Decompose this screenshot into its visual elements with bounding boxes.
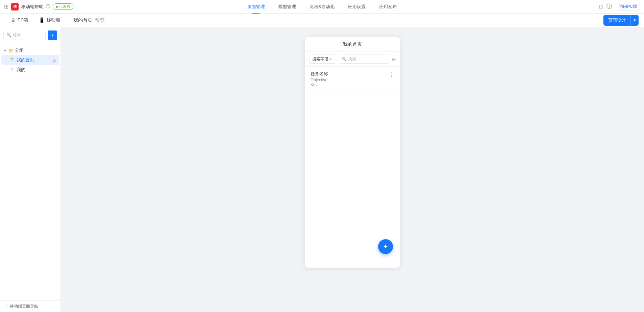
nav-left: ⊞ 移 移动端帮助 ⓘ 已发布 [4,3,73,11]
nav-icon: ☐ [3,304,8,309]
tree-item-label-2: 我的 [17,67,25,73]
search-field-select[interactable]: 搜索字段 ▾ [309,55,336,64]
preview-area: 我的首页 搜索字段 ▾ 🔍 搜索 ⊟ 任务名称 Ob [61,27,644,312]
page-design-button[interactable]: 页面设计 ▾ [603,15,639,26]
folder-icon: 📁 [8,48,14,53]
help-button[interactable]: ⓘ [46,4,50,9]
info-icon-right[interactable]: ⓘ [606,3,612,10]
nav-item-page-manage[interactable]: 页面管理 [240,0,272,14]
mobile-toolbar: 搜索字段 ▾ 🔍 搜索 ⊟ [305,52,400,67]
sidebar-item-mine[interactable]: ☐ 我的 [1,65,59,75]
tab-pc[interactable]: 🖥 PC端 [5,14,33,27]
tree-group-header[interactable]: ▼ 📁 分组 [0,46,61,55]
nav-right: □ ⓘ 访问PC端 [599,3,640,11]
app-name: 移动端帮助 [21,4,43,10]
home-icon: ⌂ [53,57,56,63]
published-dot [56,6,58,8]
visit-pc-button[interactable]: 访问PC端 [616,3,640,11]
add-button[interactable]: + [48,30,57,40]
list-item[interactable]: 任务名称 Objective Krs ⋮ [305,67,400,91]
mobile-frame: 我的首页 搜索字段 ▾ 🔍 搜索 ⊟ 任务名称 Ob [305,37,400,268]
nav-item-model-manage[interactable]: 模型管理 [272,0,303,14]
search-icon: 🔍 [6,33,12,38]
app-logo: 移 [11,3,19,11]
filter-icon[interactable]: ⊟ [392,57,396,62]
pc-icon: 🖥 [11,17,16,23]
mobile-title-bar: 我的首页 [305,37,400,52]
mobile-search-icon: 🔍 [342,57,347,61]
select-arrow-icon: ▾ [330,57,331,61]
mobile-icon: 📱 [39,17,45,23]
list-item-title: 任务名称 [310,71,328,77]
search-input[interactable]: 🔍 搜索 [3,31,46,40]
nav-item-flow-automation[interactable]: 流程&自动化 [303,0,341,14]
mobile-search-input[interactable]: 🔍 搜索 [339,55,389,64]
sidebar: 🔍 搜索 + ▼ 📁 分组 ☐ 我的首页 ⌂ ☐ [0,27,61,312]
list-item-content: 任务名称 Objective Krs [310,71,328,87]
breadcrumb: 我的首页 预览 [73,17,105,23]
fab-button[interactable]: + [378,239,393,254]
page-icon-1: ☐ [11,58,15,62]
list-item-sub1: Objective [310,78,328,82]
page-design-arrow[interactable]: ▾ [631,15,639,26]
page-icon[interactable]: □ [599,4,603,10]
top-nav: ⊞ 移 移动端帮助 ⓘ 已发布 页面管理 模型管理 流程&自动化 应用设置 应用… [0,0,644,14]
group-label: 分组 [15,47,24,54]
sidebar-bottom-nav[interactable]: ☐ 移动端页面导航 [0,300,61,312]
tab-mobile[interactable]: 📱 移动端 [33,14,65,27]
page-design-btn-wrap: 页面设计 ▾ [603,15,639,26]
published-label: 已发布 [59,4,70,9]
page-icon-2: ☐ [11,67,15,72]
nav-center: 页面管理 模型管理 流程&自动化 应用设置 应用发布 [240,0,404,14]
sidebar-item-myhomepage[interactable]: ☐ 我的首页 ⌂ [1,55,59,65]
grid-icon[interactable]: ⊞ [4,3,8,10]
breadcrumb-suffix: 预览 [95,17,105,23]
mobile-search-placeholder: 搜索 [348,56,356,62]
page-design-label: 页面设计 [603,15,631,26]
list-item-sub2: Krs [310,82,328,87]
main-content: 🔍 搜索 + ▼ 📁 分组 ☐ 我的首页 ⌂ ☐ [0,27,644,312]
info-icon: ⓘ [46,4,50,9]
search-placeholder: 搜索 [13,33,21,38]
tree-item-label-1: 我的首页 [17,57,34,63]
sub-header: 🖥 PC端 📱 移动端 我的首页 预览 页面设计 ▾ [0,14,644,27]
published-badge[interactable]: 已发布 [53,3,73,10]
mobile-list: 任务名称 Objective Krs ⋮ [305,67,400,268]
sidebar-tree: ▼ 📁 分组 ☐ 我的首页 ⌂ ☐ 我的 [0,43,61,300]
sidebar-bottom-label: 移动端页面导航 [10,304,38,309]
sidebar-search-row: 🔍 搜索 + [0,27,61,43]
list-item-menu-icon[interactable]: ⋮ [389,71,394,78]
tree-arrow-icon: ▼ [3,49,7,53]
tree-group: ▼ 📁 分组 ☐ 我的首页 ⌂ ☐ 我的 [0,45,61,76]
nav-item-app-settings[interactable]: 应用设置 [341,0,372,14]
nav-item-app-publish[interactable]: 应用发布 [372,0,404,14]
